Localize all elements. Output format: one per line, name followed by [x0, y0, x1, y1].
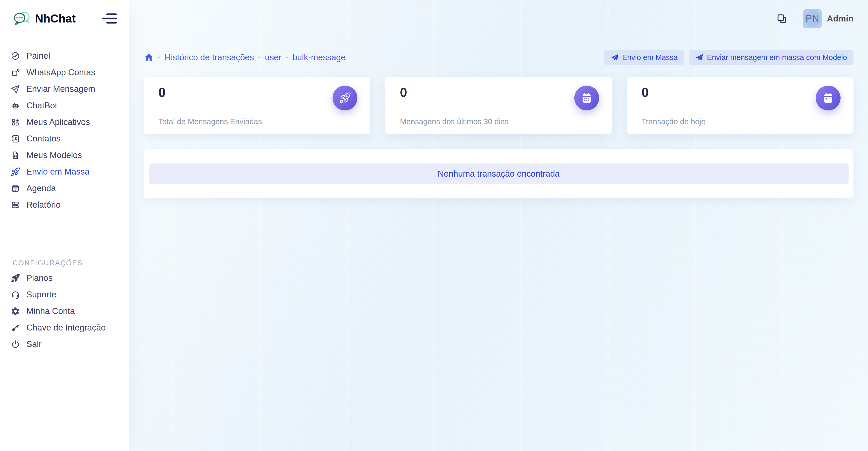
main-content: - Histórico de transações - user - bulk-…: [129, 0, 868, 451]
stat-card-today: 0 Transação de hoje: [627, 77, 854, 134]
sidebar-item-label: Meus Modelos: [26, 150, 82, 160]
gauge-icon: [10, 51, 21, 61]
nhchat-logo-icon: [13, 10, 31, 27]
sidebar-item-planos[interactable]: Planos: [0, 270, 129, 286]
sidebar-item-label: Minha Conta: [26, 306, 75, 316]
sidebar-config-nav: Planos Suporte Minha Conta: [0, 270, 129, 352]
power-icon: [10, 339, 21, 350]
stat-card-total-messages: 0 Total de Mensagens Enviadas: [144, 77, 370, 134]
sidebar-item-enviar-mensagem[interactable]: Enviar Mensagem: [0, 81, 129, 97]
toggles-icon: [10, 199, 21, 210]
sidebar-item-suporte[interactable]: Suporte: [0, 286, 129, 303]
sidebar-item-whatsapp-contas[interactable]: WhatsApp Contas: [0, 64, 129, 81]
sidebar-item-label: Envio em Massa: [26, 167, 90, 176]
headset-icon: [10, 289, 21, 300]
sidebar-item-chatbot[interactable]: ChatBot: [0, 97, 129, 114]
transactions-panel: Nenhuma transação encontrada: [144, 149, 854, 198]
sidebar: NhChat Painel: [0, 0, 129, 451]
sidebar-item-label: Sair: [26, 339, 42, 349]
sidebar-section-title: CONFIGURAÇÕES: [13, 259, 129, 267]
sidebar-item-label: Planos: [26, 273, 53, 283]
sidebar-item-meus-modelos[interactable]: Meus Modelos: [0, 147, 129, 163]
topbar-right: PN Admin: [776, 0, 854, 37]
avatar[interactable]: PN: [803, 9, 822, 28]
sidebar-item-label: Enviar Mensagem: [26, 84, 95, 94]
sidebar-item-contatos[interactable]: Contatos: [0, 130, 129, 147]
breadcrumb-link-bulk-message[interactable]: bulk-message: [292, 53, 345, 62]
empty-transactions-alert: Nenhuma transação encontrada: [149, 163, 848, 184]
address-book-icon: [10, 133, 21, 144]
avatar-initials: PN: [806, 13, 819, 24]
stat-label: Total de Mensagens Enviadas: [158, 117, 262, 126]
sidebar-item-label: Contatos: [26, 134, 61, 143]
bulk-send-button[interactable]: Envio em Massa: [604, 50, 684, 65]
sidebar-item-label: ChatBot: [26, 101, 57, 110]
sidebar-item-agenda[interactable]: Agenda: [0, 180, 129, 197]
calendar-day-icon: [816, 86, 841, 110]
calendar-icon: [10, 183, 21, 194]
grid-plus-icon: [10, 117, 21, 128]
sidebar-item-chave-de-integracao[interactable]: Chave de Integração: [0, 319, 129, 336]
gear-icon: [10, 306, 21, 317]
sidebar-item-label: WhatsApp Contas: [26, 67, 95, 77]
sidebar-item-label: Meus Aplicativos: [26, 117, 90, 127]
breadcrumb-separator: -: [158, 53, 160, 62]
stat-label: Mensagens dos últimos 30 dias: [400, 117, 508, 126]
calendar-days-icon: [574, 86, 599, 110]
breadcrumb-link-user[interactable]: user: [265, 53, 281, 62]
bulk-send-button-label: Envio em Massa: [622, 53, 678, 62]
phone-signal-icon: [10, 67, 21, 78]
breadcrumb-separator: -: [286, 53, 288, 62]
stat-cards: 0 Total de Mensagens Enviadas 0: [144, 77, 854, 134]
home-icon[interactable]: [144, 53, 154, 62]
sidebar-item-label: Relatório: [26, 200, 61, 210]
stat-card-last-30-days: 0: [385, 77, 612, 134]
sidebar-item-painel[interactable]: Painel: [0, 47, 129, 64]
sidebar-item-label: Agenda: [26, 183, 56, 193]
paper-plane-icon: [10, 84, 21, 94]
key-icon: [10, 322, 21, 333]
breadcrumb-link-historico[interactable]: Histórico de transações: [164, 53, 254, 62]
robot-icon: [10, 100, 21, 111]
sidebar-divider: [12, 251, 117, 251]
rocket-icon: [10, 166, 21, 177]
user-name: Admin: [827, 14, 854, 24]
stat-value: 0: [400, 85, 407, 100]
breadcrumb: - Histórico de transações - user - bulk-…: [144, 53, 345, 62]
template-file-icon: [10, 150, 21, 161]
sidebar-item-relatorio[interactable]: Relatório: [0, 197, 129, 213]
sidebar-nav: Painel WhatsApp Contas Enviar Mensagem: [0, 47, 129, 213]
rocket-icon: [333, 86, 358, 110]
send-icon: [611, 54, 619, 61]
rocket-filled-icon: [10, 272, 21, 283]
copy-icon[interactable]: [776, 12, 788, 25]
sidebar-item-sair[interactable]: Sair: [0, 336, 129, 352]
bulk-send-template-button[interactable]: Enviar mensagem em massa com Modelo: [689, 50, 854, 65]
brand-row: NhChat: [0, 0, 129, 37]
stat-label: Transação de hoje: [642, 117, 706, 126]
brand-name: NhChat: [35, 12, 75, 25]
sidebar-item-label: Suporte: [26, 290, 56, 299]
sidebar-item-meus-aplicativos[interactable]: Meus Aplicativos: [0, 114, 129, 130]
bulk-send-template-button-label: Enviar mensagem em massa com Modelo: [707, 53, 847, 62]
breadcrumb-separator: -: [258, 53, 260, 62]
page-head: - Histórico de transações - user - bulk-…: [144, 50, 854, 65]
stat-value: 0: [158, 85, 166, 100]
sidebar-item-envio-em-massa[interactable]: Envio em Massa: [0, 163, 129, 180]
sidebar-item-label: Chave de Integração: [26, 323, 105, 332]
page-actions: Envio em Massa Enviar mensagem em massa …: [604, 50, 854, 65]
send-icon: [695, 54, 703, 61]
sidebar-item-label: Painel: [26, 51, 50, 61]
sidebar-item-minha-conta[interactable]: Minha Conta: [0, 303, 129, 319]
hamburger-menu-icon[interactable]: [102, 13, 117, 24]
stat-value: 0: [642, 85, 649, 100]
